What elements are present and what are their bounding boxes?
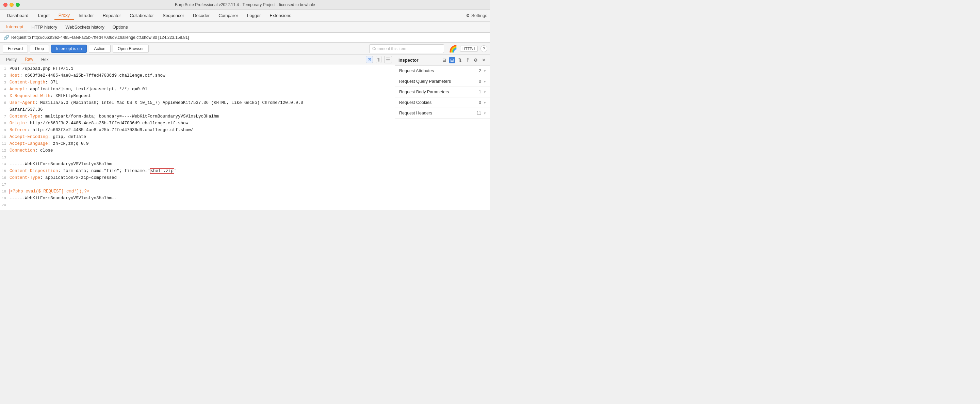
line-text: Content-Type: multipart/form-data; bound… [10,113,392,120]
inspector-panel: Inspector ⊟ ⊞ ⇅ ⤒ ⚙ ✕ Request Attributes… [395,55,490,210]
inspector-row-label: Request Query Parameters [399,79,479,84]
code-line: Safari/537.36 [0,107,395,113]
window-title: Burp Suite Professional v2022.11.4 - Tem… [175,2,315,7]
nav-proxy[interactable]: Proxy [54,11,74,20]
line-text: Safari/537.36 [10,107,392,113]
inspector-settings-btn[interactable]: ⚙ [473,57,479,63]
request-bar: 🔗 Request to http://c663f3e2-4485-4ae8-a… [0,33,490,43]
wrap-icon[interactable]: ⊡ [366,56,373,63]
line-text: X-Requested-With: XMLHttpRequest [10,93,392,100]
tab-hex[interactable]: Hex [38,56,52,63]
action-button[interactable]: Action [89,45,110,53]
line-number: 13 [0,154,10,161]
subnav-http-history[interactable]: HTTP history [28,23,61,31]
code-editor[interactable]: 1POST /upload.php HTTP/1.12Host: c663f3e… [0,64,395,210]
content-row: Pretty Raw Hex ⊡ ¶ ☰ 1POST /upload.php H… [0,55,490,210]
nav-dashboard[interactable]: Dashboard [3,11,33,19]
nav-extensions[interactable]: Extensions [266,11,295,19]
nav-repeater[interactable]: Repeater [99,11,125,19]
settings-icon: ⚙ [466,13,470,18]
settings-button[interactable]: ⚙ Settings [466,13,487,18]
line-text [10,154,392,161]
nav-target[interactable]: Target [33,11,54,19]
traffic-lights[interactable] [3,3,20,7]
code-line: 16Content-Type: application/x-zip-compre… [0,175,395,182]
code-line: 4Accept: application/json, text/javascri… [0,86,395,93]
close-button[interactable] [3,3,8,7]
nav-collaborator[interactable]: Collaborator [126,11,158,19]
line-number: 1 [0,66,10,73]
help-button[interactable]: ? [480,45,487,52]
inspector-table-view-btn[interactable]: ⊞ [449,57,455,63]
line-number: 11 [0,141,10,147]
link-icon: 🔗 [3,35,9,40]
nav-comparer[interactable]: Comparer [215,11,242,19]
inspector-rows: Request Attributes2▾Request Query Parame… [395,66,490,118]
subnav-options[interactable]: Options [109,23,131,31]
line-number: 12 [0,147,10,154]
comment-input[interactable] [369,44,444,53]
drop-button[interactable]: Drop [30,45,49,53]
line-number: 19 [0,195,10,202]
inspector-row[interactable]: Request Headers11▾ [395,108,490,118]
code-line: 11Accept-Language: zh-CN,zh;q=0.9 [0,141,395,147]
inspector-header: Inspector ⊟ ⊞ ⇅ ⤒ ⚙ ✕ [395,55,490,66]
line-number: 10 [0,134,10,141]
line-text [10,182,392,188]
code-line: 12Connection: close [0,147,395,154]
code-line: 6User-Agent: Mozilla/5.0 (Macintosh; Int… [0,100,395,107]
nav-intruder[interactable]: Intruder [75,11,98,19]
code-line: 2Host: c663f3e2-4485-4ae8-a25b-7ffed4703… [0,73,395,79]
maximize-button[interactable] [16,3,20,7]
inspector-row[interactable]: Request Query Parameters0▾ [395,76,490,87]
chevron-down-icon: ▾ [484,79,486,84]
inspector-header-icons: ⊟ ⊞ ⇅ ⤒ ⚙ ✕ [441,57,487,63]
line-text: POST /upload.php HTTP/1.1 [10,66,392,73]
inspector-row[interactable]: Request Attributes2▾ [395,66,490,76]
inspector-collapse-btn[interactable]: ⤒ [465,57,471,63]
line-number: 9 [0,127,10,134]
line-text [10,202,392,209]
inspector-row-count: 2 [479,69,481,73]
code-line: 8Origin: http://c663f3e2-4485-4ae8-a25b-… [0,120,395,127]
inspector-row[interactable]: Request Body Parameters1▾ [395,87,490,97]
line-number: 15 [0,168,10,175]
chevron-down-icon: ▾ [484,111,486,115]
code-line: 7Content-Type: multipart/form-data; boun… [0,113,395,120]
titlebar: Burp Suite Professional v2022.11.4 - Tem… [0,0,490,10]
inspector-row[interactable]: Request Cookies0▾ [395,97,490,108]
chevron-down-icon: ▾ [484,101,486,105]
inspector-list-view-btn[interactable]: ⊟ [441,57,447,63]
tab-raw[interactable]: Raw [21,56,37,63]
line-number [0,107,10,113]
inspector-row-count: 1 [479,89,481,94]
inspector-title: Inspector [398,57,418,63]
line-number: 4 [0,86,10,93]
inspector-close-btn[interactable]: ✕ [481,57,487,63]
forward-button[interactable]: Forward [3,45,28,53]
subnav-websockets-history[interactable]: WebSockets history [62,23,108,31]
inspector-row-count: 11 [477,111,481,115]
line-number: 16 [0,175,10,182]
settings-label: Settings [471,13,487,18]
inspector-sort-btn[interactable]: ⇅ [457,57,463,63]
inspector-row-count: 0 [479,100,481,105]
topnav: Dashboard Target Proxy Intruder Repeater… [0,10,490,22]
newlines-icon[interactable]: ¶ [375,56,382,63]
code-line: 5X-Requested-With: XMLHttpRequest [0,93,395,100]
line-number: 2 [0,73,10,79]
nav-logger[interactable]: Logger [243,11,265,19]
open-browser-button[interactable]: Open Browser [113,45,149,53]
request-url: Request to http://c663f3e2-4485-4ae8-a25… [11,35,189,40]
inspector-row-count: 0 [479,79,481,84]
nav-decoder[interactable]: Decoder [189,11,214,19]
line-text: Content-Disposition: form-data; name="fi… [10,168,392,175]
subnav-intercept[interactable]: Intercept [3,23,27,31]
line-text: Content-Length: 371 [10,79,392,86]
intercept-button[interactable]: Intercept is on [51,45,87,53]
minimize-button[interactable] [10,3,14,7]
nav-sequencer[interactable]: Sequencer [159,11,188,19]
tab-pretty[interactable]: Pretty [3,56,20,63]
menu-icon[interactable]: ☰ [384,56,392,63]
inspector-row-label: Request Attributes [399,69,479,73]
